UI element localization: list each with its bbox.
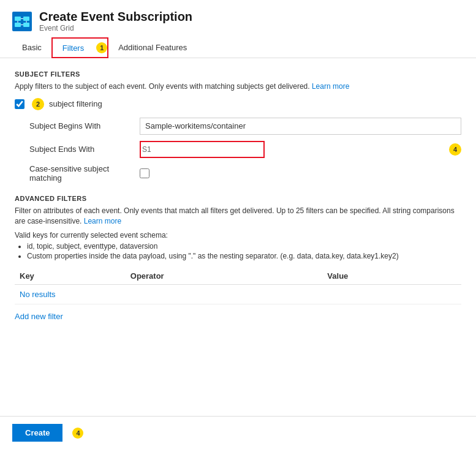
title-block: Create Event Subscription Event Grid	[39, 10, 192, 32]
case-sensitive-row: Case-sensitive subject matching	[15, 164, 461, 183]
col-operator: Operator	[126, 268, 323, 285]
page-header: Create Event Subscription Event Grid	[0, 0, 476, 37]
svg-rect-2	[23, 17, 29, 21]
subject-ends-input-wrapper: S1 4	[140, 141, 461, 158]
subject-filters-learn-more[interactable]: Learn more	[312, 82, 349, 91]
subject-filtering-checkbox[interactable]	[15, 99, 25, 109]
subject-begins-input[interactable]	[140, 118, 461, 135]
subject-begins-row: Subject Begins With	[15, 118, 461, 135]
subject-ends-inner: S1	[140, 141, 447, 158]
tab-filters-badge: 1	[96, 42, 107, 53]
page-title: Create Event Subscription	[39, 10, 192, 24]
page-subtitle: Event Grid	[39, 24, 192, 32]
svg-rect-0	[12, 12, 32, 31]
advanced-filters-desc: Filter on attributes of each event. Only…	[15, 206, 461, 227]
advanced-filters-learn-more[interactable]: Learn more	[84, 217, 121, 225]
event-grid-icon	[12, 12, 32, 31]
subject-ends-input[interactable]	[140, 141, 265, 158]
subject-filtering-badge: 2	[32, 98, 44, 110]
svg-rect-3	[15, 23, 21, 27]
subject-ends-badge: 4	[449, 143, 461, 156]
main-content: SUBJECT FILTERS Apply filters to the sub…	[0, 58, 476, 333]
subject-filters-title: SUBJECT FILTERS	[15, 70, 461, 78]
col-value: Value	[322, 268, 461, 285]
case-sensitive-checkbox[interactable]	[140, 168, 149, 178]
tab-additional[interactable]: Additional Features	[108, 38, 197, 58]
subject-filtering-label: subject filtering	[49, 99, 102, 108]
valid-keys-list: id, topic, subject, eventtype, dataversi…	[27, 242, 461, 260]
add-new-filter-link[interactable]: Add new filter	[15, 312, 63, 321]
footer-badge: 4	[72, 428, 83, 439]
tab-filters[interactable]: Filters	[53, 39, 94, 58]
table-row-empty: No results	[15, 285, 461, 304]
filter-table: Key Operator Value No results	[15, 268, 461, 304]
subject-filtering-checkbox-row: 2 subject filtering	[15, 98, 461, 110]
svg-rect-1	[15, 17, 21, 21]
valid-key-2: Custom properties inside the data payloa…	[27, 252, 461, 260]
valid-keys-block: Valid keys for currently selected event …	[15, 231, 461, 260]
no-results-cell: No results	[15, 285, 461, 304]
svg-rect-4	[23, 23, 29, 27]
subject-begins-label: Subject Begins With	[29, 121, 140, 130]
subject-ends-row: Subject Ends With S1 4	[15, 141, 461, 158]
tab-bar: Basic Filters 1 Additional Features	[0, 37, 476, 58]
case-sensitive-label: Case-sensitive subject matching	[29, 164, 140, 183]
col-key: Key	[15, 268, 126, 285]
advanced-filters-section: ADVANCED FILTERS Filter on attributes of…	[15, 195, 461, 322]
advanced-filters-title: ADVANCED FILTERS	[15, 195, 461, 202]
create-button[interactable]: Create	[12, 424, 62, 442]
subject-filtering-checkbox-container	[15, 99, 25, 109]
footer: Create 4	[0, 416, 476, 449]
valid-key-1: id, topic, subject, eventtype, dataversi…	[27, 242, 461, 251]
subject-ends-label: Subject Ends With	[29, 145, 140, 154]
subject-filters-desc: Apply filters to the subject of each eve…	[15, 81, 461, 92]
tab-basic[interactable]: Basic	[12, 38, 51, 58]
